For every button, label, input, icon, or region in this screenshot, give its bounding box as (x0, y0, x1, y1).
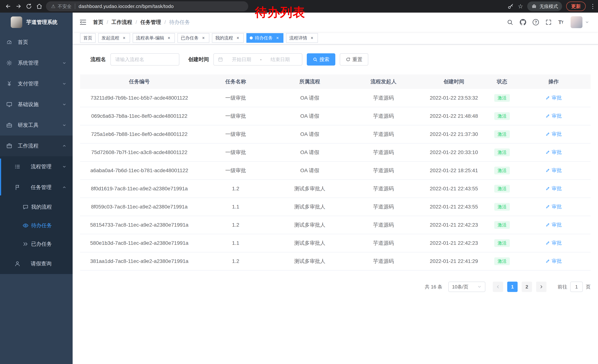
cell-task-name: 一级审批 (199, 107, 273, 125)
close-icon[interactable]: × (122, 35, 127, 40)
eye-icon (22, 222, 29, 229)
close-icon[interactable]: × (166, 35, 172, 40)
approve-link[interactable]: 审批 (545, 221, 562, 228)
search-button[interactable]: 搜索 (307, 53, 335, 65)
user-avatar[interactable] (571, 16, 582, 28)
page-size-select[interactable]: 10条/页 (448, 282, 485, 292)
cell-process: 测试多审批人 (273, 216, 347, 234)
next-page-button[interactable] (536, 282, 547, 292)
browser-back-icon[interactable] (3, 1, 13, 11)
tab-done-tasks[interactable]: 已办任务× (177, 33, 209, 43)
close-icon[interactable]: × (201, 35, 206, 40)
prev-page-button[interactable] (493, 282, 503, 292)
sidebar-item-home[interactable]: 首页 (0, 32, 73, 53)
close-icon[interactable]: × (309, 35, 315, 40)
chevron-down-icon (477, 284, 482, 289)
tab-start-process[interactable]: 发起流程× (98, 33, 130, 43)
sidebar-item-system-manage[interactable]: 系统管理 (0, 53, 73, 73)
edit-pen-icon (545, 186, 550, 191)
close-icon[interactable]: × (275, 35, 280, 40)
page-content: 流程名 创建时间 开始日期 - 结束日期 搜索 (73, 44, 598, 364)
page-button-2[interactable]: 2 (522, 282, 532, 292)
column-header: 操作 (516, 74, 590, 89)
sidebar-item-dev-tools[interactable]: 研发工具 (0, 115, 73, 136)
approve-link[interactable]: 审批 (545, 149, 562, 155)
url-text: dashboard.yudao.iocoder.cn/bpm/task/todo (79, 4, 174, 9)
sidebar-item-leave-query[interactable]: 请假查询 (0, 253, 73, 274)
breadcrumb-home[interactable]: 首页 (93, 19, 103, 26)
approve-link[interactable]: 审批 (545, 203, 562, 210)
search-icon[interactable] (507, 19, 513, 25)
reset-button[interactable]: 重置 (340, 53, 368, 65)
close-icon[interactable]: × (235, 35, 241, 40)
font-size-icon[interactable]: TT (558, 19, 563, 25)
update-button[interactable]: 更新 (566, 1, 586, 11)
avatar-caret-icon[interactable] (585, 20, 589, 24)
github-icon[interactable] (520, 19, 526, 25)
fullscreen-icon[interactable] (545, 19, 552, 25)
edit-pen-icon (545, 241, 550, 245)
cell-created-time: 2022-01-22 23:53:32 (420, 89, 488, 107)
chevron-down-icon (62, 164, 67, 169)
tab-home[interactable]: 首页 (80, 33, 96, 43)
approve-link[interactable]: 审批 (545, 113, 562, 119)
sidebar-item-done-tasks[interactable]: 已办任务 (0, 235, 73, 253)
browser-menu-icon[interactable]: ⋮ (590, 3, 594, 9)
app-logo[interactable]: 芋道管理系统 (0, 13, 73, 32)
sidebar-item-infrastructure[interactable]: 基础设施 (0, 94, 73, 115)
sidebar-menu: 首页系统管理支付管理基础设施研发工具工作流程流程管理任务管理我的流程待办任务已办… (0, 32, 73, 274)
sidebar-item-my-process[interactable]: 我的流程 (0, 198, 73, 216)
tab-label: 流程表单-编辑 (136, 35, 164, 41)
breadcrumb-task-manage[interactable]: 任务管理 (141, 19, 161, 26)
cell-task-id: 73211d9d-7b9b-11ec-b5b7-acde48001122 (80, 89, 199, 107)
browser-reload-icon[interactable] (24, 1, 34, 11)
breadcrumb: 首页 / 工作流程 / 任务管理 / 待办任务 (93, 19, 190, 26)
tab-label: 流程详情 (289, 35, 307, 41)
start-date-placeholder[interactable]: 开始日期 (224, 56, 259, 63)
top-navbar: 首页 / 工作流程 / 任务管理 / 待办任务 ? (73, 13, 598, 32)
sidebar-item-label: 已办任务 (31, 241, 52, 248)
table-row: 069c6a63-7b8a-11ec-8ef0-acde48001122一级审批… (80, 107, 590, 125)
tags-view: 首页发起流程×流程表单-编辑×已办任务×我的流程×待办任务×流程详情× (73, 32, 598, 44)
sidebar-item-task-manage[interactable]: 任务管理 (0, 177, 73, 198)
tab-form-editor[interactable]: 流程表单-编辑× (133, 33, 175, 43)
approve-link[interactable]: 审批 (545, 167, 562, 174)
approve-link[interactable]: 审批 (545, 258, 562, 264)
help-icon[interactable]: ? (533, 19, 539, 25)
bookmark-star-icon[interactable]: ☆ (518, 3, 523, 9)
end-date-placeholder[interactable]: 结束日期 (262, 56, 298, 63)
status-badge: 激活 (494, 94, 510, 102)
browser-forward-icon[interactable] (13, 1, 24, 11)
breadcrumb-separator: / (136, 19, 137, 25)
browser-home-icon[interactable] (34, 1, 44, 11)
table-row: 58154733-7ac8-11ec-a9e2-a2380e71991a1.2测… (80, 216, 590, 234)
create-time-label: 创建时间 (188, 56, 209, 63)
approve-link[interactable]: 审批 (545, 94, 562, 101)
process-name-input[interactable] (110, 53, 179, 65)
hamburger-icon[interactable] (79, 18, 87, 26)
sidebar-item-workflow[interactable]: 工作流程 (0, 136, 73, 156)
security-label[interactable]: 不安全 (58, 3, 72, 9)
approve-link[interactable]: 审批 (545, 185, 562, 192)
dashboard-icon (6, 39, 13, 46)
tab-my-process[interactable]: 我的流程× (212, 33, 244, 43)
pagination: 共 16 条 10条/页 1 2 前往 页 (80, 282, 590, 292)
sidebar-item-payment-manage[interactable]: 支付管理 (0, 73, 73, 94)
logo-image (11, 16, 22, 28)
address-bar[interactable]: ⚠ 不安全 dashboard.yudao.iocoder.cn/bpm/tas… (46, 1, 248, 11)
chevron-up-icon (62, 185, 67, 190)
tab-process-detail[interactable]: 流程详情× (286, 33, 318, 43)
goto-page-input[interactable] (570, 282, 583, 292)
sidebar-scrollbar[interactable] (0, 159, 1, 195)
sidebar-item-process-manage[interactable]: 流程管理 (0, 156, 73, 177)
password-key-icon[interactable] (507, 3, 514, 9)
breadcrumb-workflow[interactable]: 工作流程 (112, 19, 132, 26)
approve-link[interactable]: 审批 (545, 131, 562, 138)
date-range-picker[interactable]: 开始日期 - 结束日期 (213, 53, 302, 65)
tab-todo-tasks[interactable]: 待办任务× (246, 33, 283, 43)
app-root: 芋道管理系统 首页系统管理支付管理基础设施研发工具工作流程流程管理任务管理我的流… (0, 13, 598, 364)
chevron-down-icon (62, 102, 67, 107)
sidebar-item-todo-tasks[interactable]: 待办任务 (0, 216, 73, 235)
approve-link[interactable]: 审批 (545, 240, 562, 246)
page-button-1[interactable]: 1 (507, 282, 518, 292)
